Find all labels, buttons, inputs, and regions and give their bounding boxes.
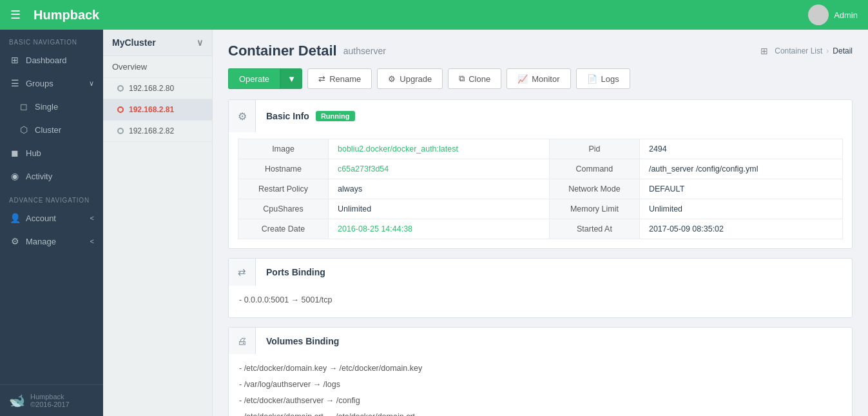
command-value: /auth_server /config/config.yml bbox=[639, 159, 842, 179]
dashboard-icon: ⊞ bbox=[9, 55, 21, 65]
breadcrumb-current: Detail bbox=[833, 46, 853, 55]
svg-point-0 bbox=[814, 8, 823, 17]
pid-label: Pid bbox=[549, 139, 639, 159]
brand-name: Humpback bbox=[34, 8, 99, 23]
hostname-label: Hostname bbox=[238, 159, 329, 179]
sidebar-item-dashboard[interactable]: ⊞ Dashboard bbox=[0, 48, 103, 72]
basic-info-header: ⚙ Basic Info Running bbox=[229, 100, 852, 132]
sidebar-bottom: 🐋 Humpback ©2016-2017 bbox=[0, 384, 103, 416]
basic-info-body: Image bobliu2.docker/docker_auth:latest … bbox=[229, 139, 852, 248]
sidebar-item-single[interactable]: ◻ Single bbox=[0, 95, 103, 118]
hamburger-icon[interactable]: ☰ bbox=[10, 8, 21, 22]
main-layout: BASIC NAVIGATION ⊞ Dashboard ☰ Groups ∨ … bbox=[0, 30, 868, 416]
sidebar-item-groups[interactable]: ☰ Groups ∨ bbox=[0, 72, 103, 95]
breadcrumb-row: Container Detail authserver ⊞ Container … bbox=[228, 43, 853, 59]
clone-icon: ⧉ bbox=[459, 74, 465, 84]
page-subtitle: authserver bbox=[343, 46, 386, 56]
sidebar: BASIC NAVIGATION ⊞ Dashboard ☰ Groups ∨ … bbox=[0, 30, 103, 416]
node-status-icon bbox=[117, 128, 124, 134]
operate-dropdown-button[interactable]: ▼ bbox=[280, 68, 302, 89]
status-badge: Running bbox=[316, 111, 355, 121]
ports-binding-body: - 0.0.0.0:5001 → 5001/tcp bbox=[229, 286, 852, 317]
cluster-node-0[interactable]: 192.168.2.80 bbox=[103, 78, 212, 99]
network-mode-label: Network Mode bbox=[549, 179, 639, 199]
cluster-name: MyCluster bbox=[112, 37, 156, 48]
table-row: Restart Policy always Network Mode DEFAU… bbox=[238, 179, 843, 199]
node-status-icon bbox=[117, 106, 124, 113]
basic-info-title: Basic Info bbox=[266, 111, 309, 121]
clone-button[interactable]: ⧉ Clone bbox=[448, 68, 501, 89]
groups-icon: ☰ bbox=[9, 78, 21, 88]
table-row: Create Date 2016-08-25 14:44:38 Started … bbox=[238, 219, 843, 239]
hub-icon: ◼ bbox=[9, 148, 21, 158]
sidebar-item-label: Account bbox=[26, 213, 56, 223]
pid-value: 2494 bbox=[639, 139, 842, 159]
ports-binding-title: Ports Binding bbox=[256, 259, 336, 285]
sidebar-item-activity[interactable]: ◉ Activity bbox=[0, 164, 103, 188]
cluster-icon: ⬡ bbox=[18, 124, 30, 135]
volumes-entry: - /etc/docker/domain.crt → /etc/docker/d… bbox=[239, 409, 842, 416]
sidebar-bottom-copy: ©2016-2017 bbox=[30, 401, 70, 408]
volumes-binding-body: - /etc/docker/domain.key → /etc/docker/d… bbox=[229, 354, 852, 416]
breadcrumb-link[interactable]: Container List bbox=[775, 46, 822, 55]
cpu-shares-value: Unlimited bbox=[329, 199, 550, 219]
cluster-overview[interactable]: Overview bbox=[103, 56, 212, 78]
node-ip: 192.168.2.81 bbox=[129, 105, 174, 114]
monitor-button[interactable]: 📈 Monitor bbox=[506, 68, 570, 89]
admin-label: Admin bbox=[834, 10, 858, 20]
volumes-binding-title: Volumes Binding bbox=[256, 328, 349, 354]
image-value: bobliu2.docker/docker_auth:latest bbox=[329, 139, 550, 159]
ports-binding-card: ⇄ Ports Binding - 0.0.0.0:5001 → 5001/tc… bbox=[228, 258, 853, 318]
activity-icon: ◉ bbox=[9, 171, 21, 181]
sidebar-item-label: Groups bbox=[26, 79, 53, 88]
create-date-value: 2016-08-25 14:44:38 bbox=[329, 219, 550, 239]
chevron-right-icon: < bbox=[90, 214, 94, 222]
page-title-group: Container Detail authserver bbox=[228, 43, 386, 59]
grid-icon: ⊞ bbox=[760, 46, 768, 56]
account-icon: 👤 bbox=[9, 213, 21, 223]
rename-button[interactable]: ⇄ Rename bbox=[307, 68, 372, 89]
sidebar-item-manage[interactable]: ⚙ Manage < bbox=[0, 230, 103, 253]
upgrade-icon: ⚙ bbox=[388, 74, 396, 84]
ports-icon: ⇄ bbox=[229, 259, 256, 286]
operate-button[interactable]: Operate bbox=[228, 68, 280, 89]
cluster-header: MyCluster ∨ bbox=[103, 30, 212, 56]
sidebar-item-account[interactable]: 👤 Account < bbox=[0, 206, 103, 230]
main-content: Container Detail authserver ⊞ Container … bbox=[213, 30, 868, 416]
volumes-binding-header: 🖨 Volumes Binding bbox=[229, 328, 852, 354]
basic-info-table: Image bobliu2.docker/docker_auth:latest … bbox=[238, 139, 843, 239]
sidebar-item-label: Activity bbox=[26, 172, 52, 181]
volumes-entry: - /var/log/authserver → /logs bbox=[239, 377, 842, 393]
table-row: Hostname c65a273f3d54 Command /auth_serv… bbox=[238, 159, 843, 179]
breadcrumb-separator: › bbox=[826, 46, 829, 55]
ports-binding-header: ⇄ Ports Binding bbox=[229, 259, 852, 286]
table-row: CpuShares Unlimited Memory Limit Unlimit… bbox=[238, 199, 843, 219]
volumes-icon: 🖨 bbox=[229, 328, 256, 354]
single-icon: ◻ bbox=[18, 101, 30, 112]
sidebar-item-label: Dashboard bbox=[26, 55, 67, 65]
sidebar-item-label: Single bbox=[35, 102, 58, 112]
node-ip: 192.168.2.80 bbox=[129, 84, 174, 93]
upgrade-button[interactable]: ⚙ Upgrade bbox=[377, 68, 443, 89]
sidebar-item-label: Hub bbox=[26, 148, 41, 158]
create-date-label: Create Date bbox=[238, 219, 329, 239]
topbar: ☰ Humpback Admin bbox=[0, 0, 868, 30]
monitor-icon: 📈 bbox=[517, 74, 528, 84]
logs-button[interactable]: 📄 Logs bbox=[576, 68, 630, 89]
sidebar-item-cluster[interactable]: ⬡ Cluster bbox=[0, 118, 103, 141]
started-at-value: 2017-05-09 08:35:02 bbox=[639, 219, 842, 239]
basic-info-icon: ⚙ bbox=[229, 100, 256, 132]
basic-info-card: ⚙ Basic Info Running Image bobliu2.docke… bbox=[228, 99, 853, 249]
cluster-node-1[interactable]: 192.168.2.81 bbox=[103, 99, 212, 121]
chevron-down-icon[interactable]: ∨ bbox=[197, 37, 203, 48]
breadcrumb: ⊞ Container List › Detail bbox=[760, 46, 853, 56]
rename-icon: ⇄ bbox=[318, 74, 325, 84]
node-status-icon bbox=[117, 85, 124, 92]
overview-label: Overview bbox=[112, 62, 147, 72]
node-ip: 192.168.2.82 bbox=[129, 126, 174, 135]
cluster-node-2[interactable]: 192.168.2.82 bbox=[103, 121, 212, 142]
volumes-entry: - /etc/docker/authserver → /config bbox=[239, 393, 842, 409]
basic-nav-label: BASIC NAVIGATION bbox=[0, 30, 103, 48]
sidebar-item-hub[interactable]: ◼ Hub bbox=[0, 141, 103, 164]
restart-policy-label: Restart Policy bbox=[238, 179, 329, 199]
